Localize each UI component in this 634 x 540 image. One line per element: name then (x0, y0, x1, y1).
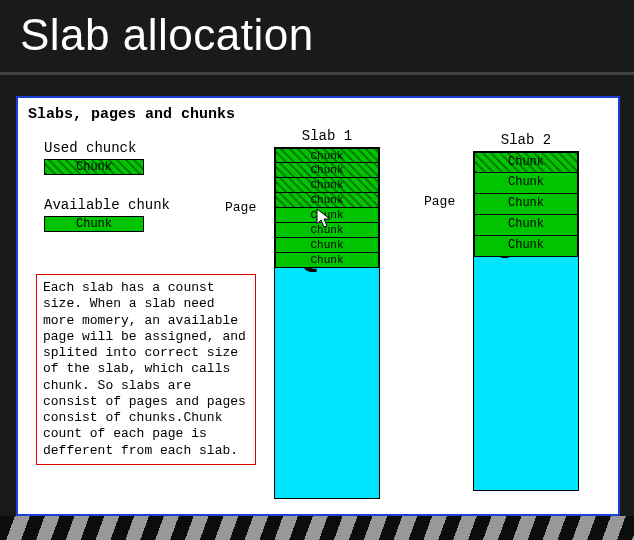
chunk: Chunk (474, 194, 578, 215)
chunk: Chunk (474, 236, 578, 257)
slab-2-body: { Page Chunk Chunk Chunk Chunk Chunk (473, 151, 579, 491)
diagram-panel: Slabs, pages and chunks Used chunck Chun… (16, 96, 620, 516)
chunk: Chunk (474, 215, 578, 236)
legend-avail-box: Chunk (44, 216, 144, 232)
chunk: Chunk (275, 238, 379, 253)
bottom-stripe-pattern (0, 516, 634, 540)
slab-1-chunks: Chunk Chunk Chunk Chunk Chunk Chunk Chun… (275, 148, 379, 268)
page-label-2: Page (424, 194, 455, 209)
chunk: Chunk (275, 223, 379, 238)
diagram-heading: Slabs, pages and chunks (28, 106, 608, 123)
slide-title: Slab allocation (0, 0, 634, 60)
legend-available: Available chunk Chunk (44, 197, 170, 232)
slab-1: Slab 1 { Page Chunk Chunk Chunk Chunk Ch… (274, 128, 380, 499)
chunk: Chunk (275, 148, 379, 163)
description-box: Each slab has a counst size. When a slab… (36, 274, 256, 465)
legend: Used chunck Chunk Available chunk Chunk (44, 140, 170, 242)
legend-used-label: Used chunck (44, 140, 170, 156)
slab-2-chunks: Chunk Chunk Chunk Chunk Chunk (474, 152, 578, 257)
chunk: Chunk (474, 173, 578, 194)
chunk: Chunk (275, 253, 379, 268)
chunk: Chunk (275, 193, 379, 208)
legend-used-box: Chunk (44, 159, 144, 175)
slab-2: Slab 2 { Page Chunk Chunk Chunk Chunk Ch… (473, 132, 579, 491)
legend-avail-label: Available chunk (44, 197, 170, 213)
chunk: Chunk (275, 163, 379, 178)
page-label-1: Page (225, 200, 256, 215)
accent-bar (0, 72, 634, 75)
chunk: Chunk (275, 178, 379, 193)
chunk: Chunk (474, 152, 578, 173)
chunk: Chunk (275, 208, 379, 223)
legend-used: Used chunck Chunk (44, 140, 170, 175)
slab-1-body: { Page Chunk Chunk Chunk Chunk Chunk Chu… (274, 147, 380, 499)
